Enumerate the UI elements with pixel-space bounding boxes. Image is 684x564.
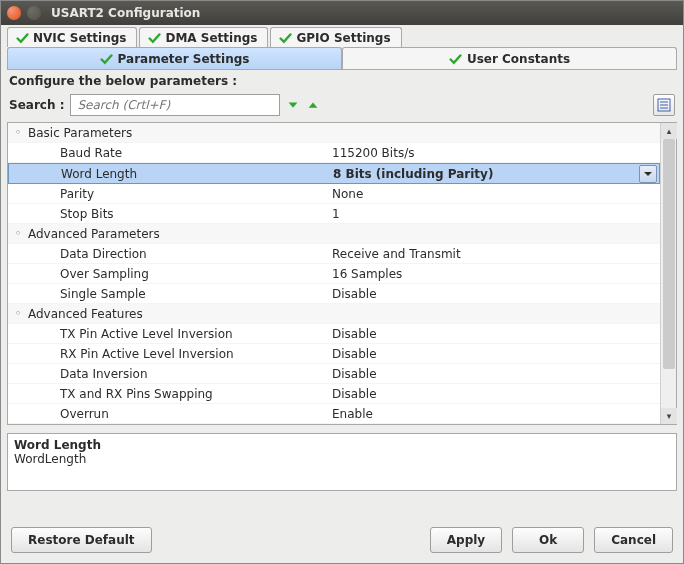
- tab-label: Parameter Settings: [118, 52, 250, 66]
- tab-label: GPIO Settings: [296, 31, 390, 45]
- button-label: Restore Default: [28, 533, 135, 547]
- tab-label: User Constants: [467, 52, 570, 66]
- minimize-icon[interactable]: [27, 6, 41, 20]
- group-advanced-parameters[interactable]: ◦Advanced Parameters: [8, 224, 660, 244]
- chevron-down-icon: [644, 170, 652, 178]
- tab-user-constants[interactable]: User Constants: [342, 47, 677, 69]
- close-icon[interactable]: [7, 6, 21, 20]
- param-label: Data Direction: [60, 247, 147, 261]
- param-label: RX Pin Active Level Inversion: [60, 347, 234, 361]
- param-label: Overrun: [60, 407, 109, 421]
- group-label: Basic Parameters: [28, 126, 132, 140]
- group-label: Advanced Parameters: [28, 227, 160, 241]
- param-value: None: [332, 187, 363, 201]
- param-label: Stop Bits: [60, 207, 114, 221]
- check-icon: [100, 53, 113, 66]
- search-label: Search :: [9, 98, 64, 112]
- view-options-button[interactable]: [653, 94, 675, 116]
- scroll-up-icon[interactable]: ▴: [661, 123, 677, 139]
- param-label: TX and RX Pins Swapping: [60, 387, 213, 401]
- button-label: Apply: [447, 533, 485, 547]
- ok-button[interactable]: Ok: [512, 527, 584, 553]
- detail-panel: Word Length WordLength: [7, 433, 677, 491]
- check-icon: [16, 32, 29, 45]
- param-value: 115200 Bits/s: [332, 146, 414, 160]
- group-basic-parameters[interactable]: ◦Basic Parameters: [8, 123, 660, 143]
- param-label: Parity: [60, 187, 94, 201]
- param-value: Receive and Transmit: [332, 247, 461, 261]
- scroll-down-icon[interactable]: ▾: [661, 408, 677, 424]
- check-icon: [148, 32, 161, 45]
- param-label: Word Length: [61, 167, 137, 181]
- param-data-direction[interactable]: Data DirectionReceive and Transmit: [8, 244, 660, 264]
- search-prev-icon[interactable]: [306, 98, 320, 112]
- tab-parameter-settings[interactable]: Parameter Settings: [7, 47, 342, 69]
- tab-gpio-settings[interactable]: GPIO Settings: [270, 27, 401, 47]
- param-single-sample[interactable]: Single SampleDisable: [8, 284, 660, 304]
- tab-nvic-settings[interactable]: NVIC Settings: [7, 27, 137, 47]
- param-baud-rate[interactable]: Baud Rate115200 Bits/s: [8, 143, 660, 163]
- param-parity[interactable]: ParityNone: [8, 184, 660, 204]
- param-pins-swapping[interactable]: TX and RX Pins SwappingDisable: [8, 384, 660, 404]
- param-stop-bits[interactable]: Stop Bits1: [8, 204, 660, 224]
- titlebar: USART2 Configuration: [1, 1, 683, 25]
- disclosure-icon[interactable]: ◦: [12, 307, 24, 320]
- configure-subtitle: Configure the below parameters :: [7, 70, 677, 92]
- tab-dma-settings[interactable]: DMA Settings: [139, 27, 268, 47]
- check-icon: [449, 53, 462, 66]
- tabrow-sub: Parameter Settings User Constants: [7, 47, 677, 70]
- search-next-icon[interactable]: [286, 98, 300, 112]
- param-value: Disable: [332, 347, 377, 361]
- param-value: 16 Samples: [332, 267, 402, 281]
- apply-button[interactable]: Apply: [430, 527, 502, 553]
- detail-heading: Word Length: [14, 438, 670, 452]
- param-word-length[interactable]: Word Length 8 Bits (including Parity): [8, 163, 660, 184]
- param-rx-pin-inversion[interactable]: RX Pin Active Level InversionDisable: [8, 344, 660, 364]
- group-advanced-features[interactable]: ◦Advanced Features: [8, 304, 660, 324]
- disclosure-icon[interactable]: ◦: [12, 227, 24, 240]
- scroll-thumb[interactable]: [663, 139, 675, 369]
- detail-body: WordLength: [14, 452, 670, 466]
- scrollbar[interactable]: ▴ ▾: [660, 123, 676, 424]
- param-over-sampling[interactable]: Over Sampling16 Samples: [8, 264, 660, 284]
- button-label: Cancel: [611, 533, 656, 547]
- param-label: Single Sample: [60, 287, 146, 301]
- dropdown-button[interactable]: [639, 165, 657, 183]
- group-label: Advanced Features: [28, 307, 143, 321]
- param-label: TX Pin Active Level Inversion: [60, 327, 233, 341]
- param-value: Disable: [332, 287, 377, 301]
- button-label: Ok: [539, 533, 557, 547]
- param-data-inversion[interactable]: Data InversionDisable: [8, 364, 660, 384]
- param-label: Data Inversion: [60, 367, 148, 381]
- cancel-button[interactable]: Cancel: [594, 527, 673, 553]
- tab-label: NVIC Settings: [33, 31, 126, 45]
- param-value: Disable: [332, 387, 377, 401]
- check-icon: [279, 32, 292, 45]
- param-label: Over Sampling: [60, 267, 149, 281]
- param-value: Enable: [332, 407, 373, 421]
- param-tx-pin-inversion[interactable]: TX Pin Active Level InversionDisable: [8, 324, 660, 344]
- list-icon: [657, 98, 671, 112]
- tab-label: DMA Settings: [165, 31, 257, 45]
- param-value: Disable: [332, 327, 377, 341]
- param-value: Disable: [332, 367, 377, 381]
- disclosure-icon[interactable]: ◦: [12, 126, 24, 139]
- param-value: 8 Bits (including Parity): [333, 167, 493, 181]
- tabrow-top: NVIC Settings DMA Settings GPIO Settings: [7, 27, 677, 47]
- search-input[interactable]: [70, 94, 280, 116]
- param-value: 1: [332, 207, 340, 221]
- parameter-grid: ◦Basic Parameters Baud Rate115200 Bits/s…: [8, 123, 660, 424]
- restore-default-button[interactable]: Restore Default: [11, 527, 152, 553]
- param-label: Baud Rate: [60, 146, 122, 160]
- param-overrun[interactable]: OverrunEnable: [8, 404, 660, 424]
- window-title: USART2 Configuration: [51, 6, 200, 20]
